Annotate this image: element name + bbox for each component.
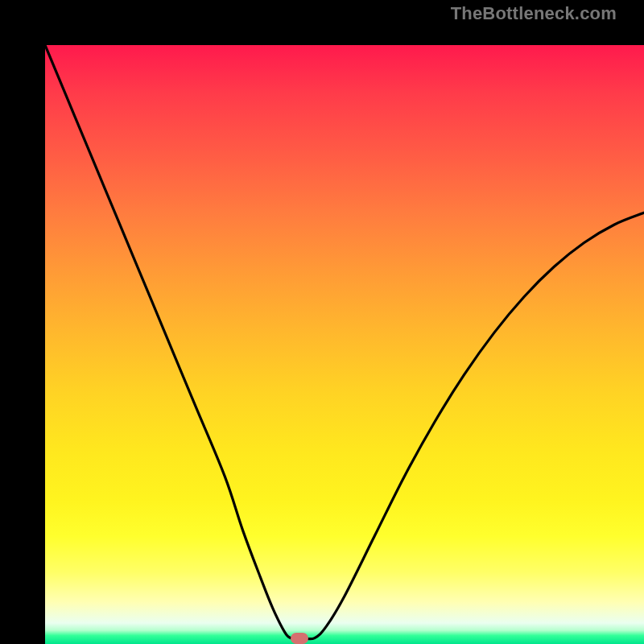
plot-area	[45, 45, 644, 644]
optimal-point-marker	[291, 633, 308, 644]
watermark-text: TheBottleneck.com	[451, 3, 617, 24]
chart-frame	[0, 0, 644, 644]
bottleneck-curve	[45, 45, 644, 644]
